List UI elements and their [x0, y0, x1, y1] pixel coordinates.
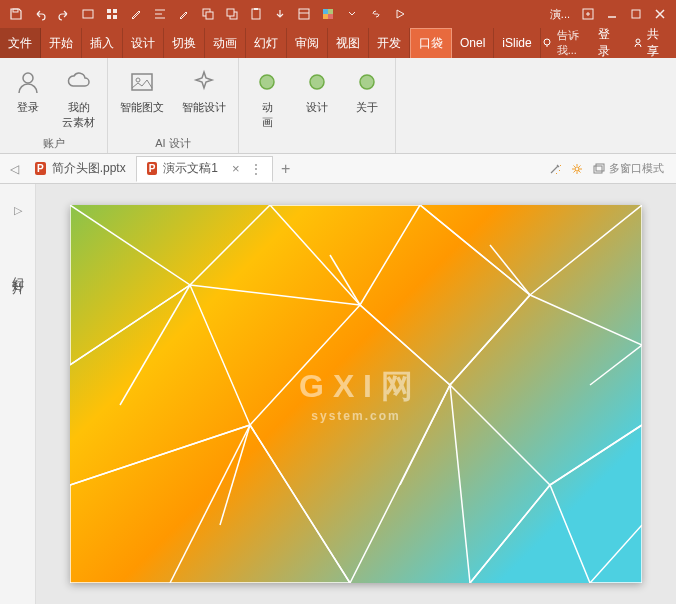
- svg-point-23: [136, 78, 140, 82]
- tab-design[interactable]: 设计: [123, 28, 164, 58]
- multi-window-button[interactable]: 多窗口模式: [592, 161, 664, 176]
- group-label-ai: AI 设计: [114, 134, 232, 151]
- svg-rect-14: [328, 9, 333, 14]
- sparkle-icon: [188, 66, 220, 98]
- chevron-down-icon[interactable]: [340, 2, 364, 26]
- svg-point-19: [544, 39, 550, 45]
- tab-review[interactable]: 审阅: [287, 28, 328, 58]
- image-icon: [126, 66, 158, 98]
- wand-icon[interactable]: [548, 162, 562, 176]
- brush-icon[interactable]: [124, 2, 148, 26]
- login-button[interactable]: 登录: [6, 62, 50, 134]
- eyedropper-icon[interactable]: [172, 2, 196, 26]
- svg-rect-5: [113, 15, 117, 19]
- link-icon[interactable]: [364, 2, 388, 26]
- powerpoint-icon: P: [147, 162, 158, 175]
- svg-point-27: [575, 167, 579, 171]
- workspace: ▷ 幻灯片: [0, 184, 676, 604]
- svg-rect-2: [107, 9, 111, 13]
- powerpoint-icon: P: [35, 162, 46, 175]
- back-icon[interactable]: ◁: [4, 162, 25, 176]
- align-icon[interactable]: [148, 2, 172, 26]
- svg-point-20: [636, 39, 640, 43]
- doc-tab-2[interactable]: P 演示文稿1 × ⋮: [136, 156, 273, 182]
- tell-me-input[interactable]: 告诉我...: [541, 28, 589, 58]
- login-link[interactable]: 登录: [594, 26, 622, 60]
- play-icon[interactable]: [388, 2, 412, 26]
- document-tabs: ◁ P 简介头图.pptx P 演示文稿1 × ⋮ + 多窗口模式: [0, 154, 676, 184]
- svg-point-25: [310, 75, 324, 89]
- ribbon-group-account: 登录 我的 云素材 账户: [0, 58, 108, 153]
- slide[interactable]: G X I 网 system.com: [70, 205, 642, 583]
- cloud-icon: [63, 66, 95, 98]
- slide-canvas-area[interactable]: G X I 网 system.com: [36, 184, 676, 604]
- svg-rect-28: [594, 166, 602, 173]
- svg-rect-13: [323, 9, 328, 14]
- svg-rect-1: [83, 10, 93, 18]
- minimize-icon[interactable]: [600, 2, 624, 26]
- titlebar: 演...: [0, 0, 676, 28]
- tab-view[interactable]: 视图: [328, 28, 369, 58]
- close-icon[interactable]: [648, 2, 672, 26]
- tab-slideshow[interactable]: 幻灯: [246, 28, 287, 58]
- tab-home[interactable]: 开始: [41, 28, 82, 58]
- tab-pocket[interactable]: 口袋: [410, 28, 452, 58]
- paste-icon[interactable]: [244, 2, 268, 26]
- group-label-account: 账户: [6, 134, 101, 151]
- svg-rect-4: [107, 15, 111, 19]
- svg-rect-0: [13, 9, 18, 12]
- send-back-icon[interactable]: [196, 2, 220, 26]
- redo-icon[interactable]: [52, 2, 76, 26]
- svg-rect-18: [632, 10, 640, 18]
- tab-onekey[interactable]: Onel: [452, 28, 494, 58]
- svg-rect-12: [299, 9, 309, 19]
- ribbon-display-icon[interactable]: [576, 2, 600, 26]
- new-slide-icon[interactable]: [76, 2, 100, 26]
- close-tab-icon[interactable]: ×: [232, 161, 240, 176]
- grid-icon[interactable]: [100, 2, 124, 26]
- svg-rect-10: [252, 9, 260, 19]
- about-button[interactable]: 关于: [345, 62, 389, 134]
- thumbnail-panel[interactable]: ▷ 幻灯片: [0, 184, 36, 604]
- circle-icon: [351, 66, 383, 98]
- cloud-materials-button[interactable]: 我的 云素材: [56, 62, 101, 134]
- animation-button[interactable]: 动 画: [245, 62, 289, 134]
- undo-icon[interactable]: [28, 2, 52, 26]
- arrow-down-icon[interactable]: [268, 2, 292, 26]
- svg-rect-7: [206, 12, 213, 19]
- bulb-icon: [541, 37, 553, 49]
- ribbon-group-ai: 智能图文 智能设计 AI 设计: [108, 58, 239, 153]
- doc-tab-1[interactable]: P 简介头图.pptx: [25, 156, 136, 182]
- smart-design-button[interactable]: 智能设计: [176, 62, 232, 119]
- svg-rect-16: [328, 14, 333, 19]
- svg-point-21: [23, 73, 33, 83]
- window-title: 演...: [550, 7, 570, 22]
- smart-image-button[interactable]: 智能图文: [114, 62, 170, 119]
- circle-icon: [301, 66, 333, 98]
- tab-more-icon[interactable]: ⋮: [250, 162, 262, 176]
- svg-point-24: [260, 75, 274, 89]
- tab-islide[interactable]: iSlide: [494, 28, 540, 58]
- design-button[interactable]: 设计: [295, 62, 339, 134]
- layout-icon[interactable]: [292, 2, 316, 26]
- ribbon-group-tools: 动 画 设计 关于: [239, 58, 396, 153]
- maximize-icon[interactable]: [624, 2, 648, 26]
- chevron-right-icon[interactable]: ▷: [14, 204, 22, 217]
- tab-developer[interactable]: 开发: [369, 28, 410, 58]
- bring-front-icon[interactable]: [220, 2, 244, 26]
- person-icon: [12, 66, 44, 98]
- share-button[interactable]: 共享: [628, 26, 668, 60]
- tab-animations[interactable]: 动画: [205, 28, 246, 58]
- tab-transitions[interactable]: 切换: [164, 28, 205, 58]
- gear-icon[interactable]: [570, 162, 584, 176]
- svg-rect-9: [227, 9, 234, 16]
- tab-file[interactable]: 文件: [0, 28, 41, 58]
- watermark: G X I 网 system.com: [299, 365, 413, 423]
- thumbnail-panel-label: 幻灯片: [9, 267, 26, 276]
- ribbon-tabs: 文件 开始 插入 设计 切换 动画 幻灯 审阅 视图 开发 口袋 Onel iS…: [0, 28, 676, 58]
- save-icon[interactable]: [4, 2, 28, 26]
- color-swatch-icon[interactable]: [316, 2, 340, 26]
- svg-rect-3: [113, 9, 117, 13]
- add-tab-button[interactable]: +: [273, 156, 299, 182]
- tab-insert[interactable]: 插入: [82, 28, 123, 58]
